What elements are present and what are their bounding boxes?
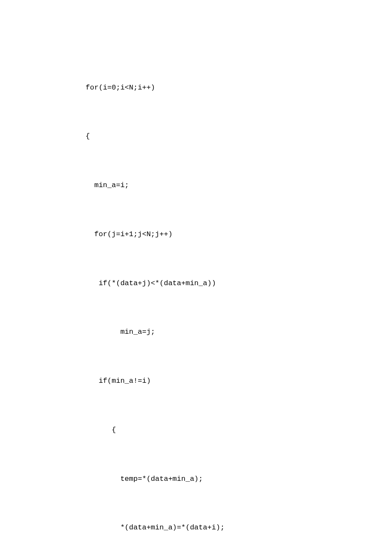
code-line: min_a=i; <box>0 177 392 194</box>
code-line: temp=*(data+min_a); <box>0 471 392 487</box>
code-line: for(i=0;i<N;i++) <box>0 80 392 96</box>
code-line: for(j=i+1;j<N;j++) <box>0 226 392 243</box>
code-line: { <box>0 422 392 438</box>
code-line: *(data+min_a)=*(data+i); <box>0 520 392 536</box>
code-block-1: for(i=0;i<N;i++) { min_a=i; for(j=i+1;j<… <box>0 47 392 555</box>
code-line: min_a=j; <box>0 324 392 340</box>
code-line: if(min_a!=i) <box>0 373 392 389</box>
code-line: if(*(data+j)<*(data+min_a)) <box>0 275 392 292</box>
code-line: { <box>0 128 392 145</box>
